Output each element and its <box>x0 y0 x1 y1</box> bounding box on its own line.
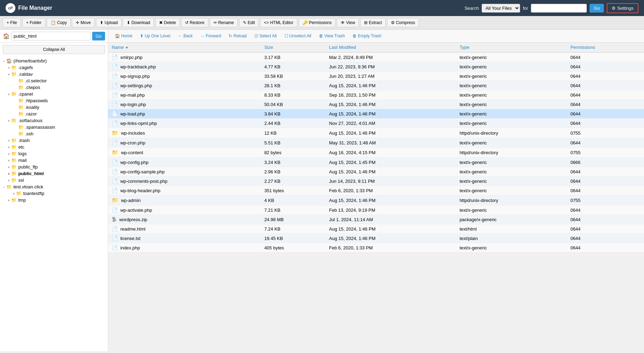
sidebar-tree-item[interactable]: 📁.ssh <box>0 130 108 137</box>
search-scope-select[interactable]: All Your Files <box>482 4 520 13</box>
sidebar-tree-item[interactable]: +📁ssl <box>0 177 108 183</box>
sidebar-tree-item[interactable]: +📁.cagefs <box>0 64 108 71</box>
name-col-header[interactable]: Name ▼ <box>108 43 261 52</box>
sidebar-tree-item[interactable]: 📁.htpasswds <box>0 97 108 104</box>
table-row[interactable]: 📄 wp-signup.php 33.58 KB Jun 20, 2023, 1… <box>108 72 644 81</box>
unselect-all-button[interactable]: ☐ Unselect All <box>281 32 314 40</box>
extract-button[interactable]: ⊞ Extract <box>360 18 386 27</box>
sidebar-tree-item[interactable]: +📁mail <box>0 157 108 164</box>
table-row[interactable]: 🗜 wordpress.zip 24.98 MB Jul 1, 2024, 11… <box>108 215 644 224</box>
permissions-button[interactable]: 🔑 Permissions <box>299 18 336 27</box>
edit-button[interactable]: ✎ Edit <box>239 18 259 27</box>
tree-expand-icon[interactable]: + <box>8 178 10 182</box>
table-row[interactable]: 📄 wp-mail.php 8.33 KB Sep 16, 2023, 1:50… <box>108 90 644 100</box>
last-modified-col-header[interactable]: Last Modified <box>326 43 456 52</box>
search-input[interactable] <box>531 4 587 13</box>
tree-expand-icon[interactable]: + <box>8 66 10 70</box>
sidebar-tree-item[interactable]: 📁.cl.selector <box>0 77 108 84</box>
table-row[interactable]: 📄 xmlrpc.php 3.17 KB Mar 2, 2024, 8:49 P… <box>108 52 644 62</box>
collapse-all-button[interactable]: Collapse All <box>3 45 105 54</box>
download-button[interactable]: ⬇ Download <box>123 18 154 27</box>
tree-expand-icon[interactable]: + <box>8 145 10 149</box>
table-row[interactable]: 📄 wp-config-sample.php 2.96 KB Aug 15, 2… <box>108 167 644 176</box>
select-all-button[interactable]: ☑ Select All <box>251 32 280 40</box>
tree-expand-icon[interactable]: + <box>8 172 10 176</box>
compress-button[interactable]: ⚙ Compress <box>387 18 419 27</box>
forward-button[interactable]: → Forward <box>197 32 224 40</box>
tree-expand-icon[interactable]: + <box>8 152 10 156</box>
table-row[interactable]: 📄 wp-settings.php 28.1 KB Aug 15, 2024, … <box>108 81 644 90</box>
sidebar-tree-item[interactable]: −📁test.vtoan.click <box>0 183 108 190</box>
new-file-button[interactable]: + File <box>3 18 21 27</box>
table-row[interactable]: 📄 wp-activate.php 7.21 KB Feb 13, 2024, … <box>108 205 644 215</box>
empty-trash-button[interactable]: 🗑 Empty Trash <box>349 32 385 40</box>
table-row[interactable]: 📄 wp-trackback.php 4.77 KB Jun 22, 2023,… <box>108 62 644 72</box>
sidebar-tree-item[interactable]: −🏠(/home/toantvbr) <box>0 58 108 64</box>
sidebar-tree-item[interactable]: 📁.razor <box>0 111 108 117</box>
file-permissions-cell: 0644 <box>567 100 644 109</box>
tree-expand-icon[interactable]: + <box>8 92 10 96</box>
table-row[interactable]: 📄 index.php 405 bytes Feb 6, 2020, 1:33 … <box>108 243 644 253</box>
table-row[interactable]: 📄 wp-load.php 3.84 KB Aug 15, 2024, 1:46… <box>108 109 644 119</box>
table-row[interactable]: 📄 wp-login.php 50.04 KB Aug 15, 2024, 1:… <box>108 100 644 109</box>
content-area: 🏠 Home ⬆ Up One Level ← Back → Forward ↻… <box>108 30 644 351</box>
table-row[interactable]: 📄 license.txt 19.45 KB Aug 15, 2024, 1:4… <box>108 234 644 243</box>
view-button[interactable]: 👁 View <box>337 18 359 27</box>
html-editor-button[interactable]: <> HTML Editor <box>260 18 297 27</box>
tree-expand-icon[interactable]: + <box>13 191 15 196</box>
sidebar-tree-item[interactable]: +📁etc <box>0 144 108 150</box>
search-go-button[interactable]: Go <box>590 4 604 13</box>
path-go-button[interactable]: Go <box>92 32 105 40</box>
table-row[interactable]: 📄 readme.html 7.24 KB Aug 15, 2024, 1:46… <box>108 224 644 234</box>
folder-icon: 📁 <box>11 151 17 156</box>
settings-button[interactable]: ⚙ Settings <box>607 3 638 13</box>
sidebar-tree-item[interactable]: +📁tmp <box>0 197 108 203</box>
tree-expand-icon[interactable]: + <box>8 198 10 202</box>
sidebar-tree-item[interactable]: +📁.softaculous <box>0 117 108 124</box>
copy-button[interactable]: 📋 Copy <box>47 18 71 27</box>
restore-button[interactable]: ↺ Restore <box>181 18 208 27</box>
table-row[interactable]: 📁 wp-includes 12 KB Aug 15, 2024, 1:46 P… <box>108 128 644 138</box>
size-col-header[interactable]: Size <box>261 43 326 52</box>
sidebar-tree-item[interactable]: +📁public_ftp <box>0 164 108 170</box>
file-size-cell: 33.58 KB <box>261 72 326 81</box>
sidebar-tree-item[interactable]: 📁.koality <box>0 104 108 111</box>
sidebar-tree-item[interactable]: +📁toantestftp <box>0 190 108 197</box>
sidebar-tree-item[interactable]: +📁.cpanel <box>0 91 108 97</box>
sidebar-tree-item[interactable]: 📁.spamassassin <box>0 124 108 130</box>
rename-button[interactable]: ✏ Rename <box>210 18 238 27</box>
tree-collapse-icon[interactable]: − <box>3 185 5 189</box>
new-folder-button[interactable]: + Folder <box>22 18 45 27</box>
table-row[interactable]: 📄 wp-comments-post.php 2.27 KB Jun 14, 2… <box>108 176 644 186</box>
home-nav-button[interactable]: 🏠 Home <box>112 32 135 40</box>
sidebar-tree-item[interactable]: +📁public_html <box>0 170 108 177</box>
table-row[interactable]: 📁 wp-content 82 bytes Aug 16, 2024, 4:15… <box>108 148 644 158</box>
type-col-header[interactable]: Type <box>456 43 567 52</box>
delete-button[interactable]: ✖ Delete <box>155 18 180 27</box>
sidebar-tree-item[interactable]: +📁logs <box>0 150 108 157</box>
table-row[interactable]: 📄 wp-blog-header.php 351 bytes Feb 6, 20… <box>108 186 644 195</box>
sidebar-tree-item[interactable]: 📁.clwpos <box>0 84 108 91</box>
upload-button[interactable]: ⬆ Upload <box>96 18 121 27</box>
tree-expand-icon[interactable]: + <box>8 138 10 143</box>
path-input[interactable] <box>11 32 91 40</box>
tree-expand-icon[interactable]: + <box>8 165 10 169</box>
move-button[interactable]: ✛ Move <box>72 18 95 27</box>
tree-expand-icon[interactable]: + <box>8 158 10 163</box>
tree-expand-icon[interactable]: + <box>8 119 10 123</box>
back-button[interactable]: ← Back <box>175 32 196 40</box>
view-trash-button[interactable]: 🗑 View Trash <box>316 32 348 40</box>
reload-button[interactable]: ↻ Reload <box>225 32 250 40</box>
tree-expand-icon[interactable]: + <box>8 72 10 76</box>
tree-item-label: .trash <box>18 138 30 143</box>
tree-collapse-icon[interactable]: − <box>3 59 5 63</box>
table-row[interactable]: 📁 wp-admin 4 KB Aug 15, 2024, 1:46 PM ht… <box>108 195 644 205</box>
sidebar-tree-item[interactable]: +📁.trash <box>0 137 108 144</box>
table-row[interactable]: 📄 wp-links-opml.php 2.44 KB Nov 27, 2022… <box>108 119 644 128</box>
sidebar-path-bar: 🏠 Go <box>0 30 108 43</box>
sidebar-tree-item[interactable]: +📁.caldav <box>0 71 108 77</box>
table-row[interactable]: 📄 wp-config.php 3.24 KB Aug 15, 2024, 1:… <box>108 158 644 167</box>
table-row[interactable]: 📄 wp-cron.php 5.51 KB May 31, 2023, 1:48… <box>108 138 644 148</box>
permissions-col-header[interactable]: Permissions <box>567 43 644 52</box>
up-one-level-button[interactable]: ⬆ Up One Level <box>137 32 173 40</box>
